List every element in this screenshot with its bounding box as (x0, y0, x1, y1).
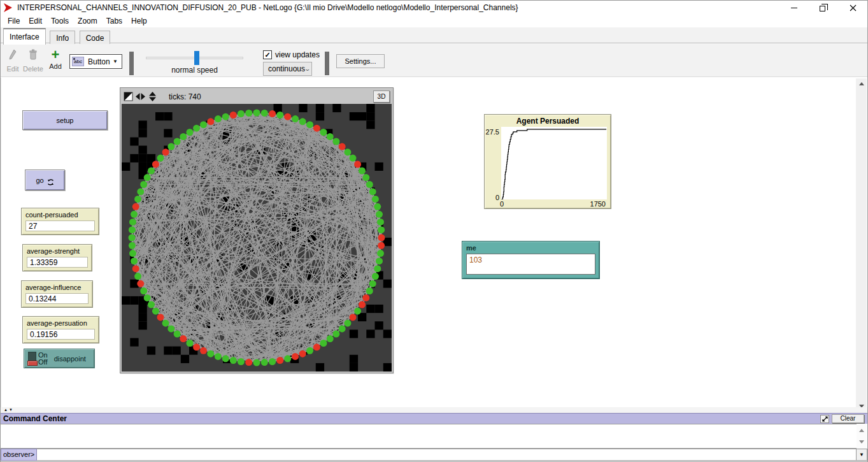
forever-icon (47, 178, 54, 186)
3d-button[interactable]: 3D (373, 90, 390, 103)
update-mode-dropdown[interactable]: continuous ⌄ (263, 62, 312, 76)
world-view: ticks: 740 3D (120, 87, 394, 373)
monitor-average-persuation: average-persuation 0.19156 (22, 316, 99, 343)
switch-off-label: Off (38, 359, 48, 366)
plot-ymax-label: 27.5 (485, 128, 499, 136)
toolbar: Edit Delete + Add abc Button ▼ normal sp… (1, 44, 867, 77)
disappoint-switch[interactable]: On Off disappoint (24, 349, 95, 368)
monitor-value: 0.13244 (25, 293, 89, 304)
expand-command-center-button[interactable] (820, 415, 829, 423)
expand-icon (822, 416, 828, 422)
go-button-label: go (36, 177, 43, 184)
plot-series-path (501, 129, 606, 199)
menu-help[interactable]: Help (127, 15, 152, 27)
me-input-box: me 103 (462, 241, 600, 279)
observer-prompt-label: observer> (1, 449, 37, 461)
menu-zoom[interactable]: Zoom (73, 15, 102, 27)
setup-button[interactable]: setup (22, 110, 108, 130)
input-value-field[interactable]: 103 (466, 254, 595, 275)
plot-xmax-label: 1750 (590, 200, 606, 208)
minimize-button[interactable] (779, 1, 809, 15)
switch-track[interactable] (28, 352, 36, 366)
add-icon: + (45, 49, 66, 61)
add-widget-button[interactable]: + Add (45, 49, 66, 70)
setup-button-label: setup (57, 117, 74, 124)
widget-type-dropdown[interactable]: abc Button ▼ (69, 54, 122, 69)
arrow-up-icon (859, 82, 864, 85)
vertical-arrows-icon[interactable] (148, 92, 157, 101)
command-center-header: Command Center Clear (1, 413, 867, 424)
netlogo-window: INTERPERSONAL_CHANNELS_INNOVATION_DIFFUS… (0, 0, 868, 462)
observer-prompt-row: observer> ▼ (1, 449, 867, 461)
netlogo-logo-icon (4, 3, 13, 12)
edit-label: Edit (3, 65, 22, 73)
menu-tools[interactable]: Tools (46, 15, 73, 27)
restore-button[interactable] (809, 1, 838, 15)
output-scrollbar[interactable] (857, 424, 867, 449)
monitor-value: 27 (25, 220, 95, 231)
scroll-up-button[interactable] (856, 78, 867, 89)
view-updates-checkbox[interactable]: ✓ (263, 50, 272, 59)
world-canvas[interactable] (122, 104, 392, 372)
monitor-value: 1.33359 (27, 257, 88, 268)
titlebar: INTERPERSONAL_CHANNELS_INNOVATION_DIFFUS… (1, 1, 867, 15)
tab-row: Interface Info Code (1, 27, 867, 43)
interface-canvas: setup go count-persuaded 27 average-stre… (1, 78, 857, 407)
menu-file[interactable]: File (3, 15, 24, 27)
plot-agent-persuaded: Agent Persuaded 27.5 0 0 1750 (484, 114, 611, 209)
monitor-label: count-persuaded (25, 211, 95, 219)
command-input[interactable] (37, 449, 857, 461)
command-center-title: Command Center (3, 414, 67, 423)
horizontal-arrows-icon[interactable] (136, 92, 145, 101)
pencil-icon (8, 49, 17, 61)
resize-diagonal-icon[interactable] (124, 92, 133, 101)
monitor-label: average-persuation (27, 319, 95, 327)
arrow-down-icon (859, 440, 864, 444)
monitor-average-influence: average-influence 0.13244 (21, 280, 93, 308)
dropdown-arrow-icon: ▼ (113, 59, 118, 64)
switch-handle[interactable] (27, 361, 38, 366)
command-output[interactable] (1, 424, 857, 449)
tab-info[interactable]: Info (50, 31, 75, 45)
world-view-header: ticks: 740 3D (122, 89, 392, 104)
plot-xmin-label: 0 (500, 200, 504, 208)
input-label: me (466, 244, 595, 252)
go-button[interactable]: go (25, 170, 65, 191)
command-history-button[interactable]: ▼ (857, 449, 867, 461)
update-mode-value: continuous (268, 64, 305, 73)
delete-label: Delete (21, 65, 45, 73)
plot-title: Agent Persuaded (485, 117, 611, 126)
menu-tabs[interactable]: Tabs (102, 15, 127, 27)
dropdown-arrow-icon: ▼ (859, 452, 864, 458)
tab-interface[interactable]: Interface (3, 28, 46, 45)
vertical-scrollbar[interactable] (856, 78, 867, 412)
widget-type-value: Button (88, 57, 110, 66)
settings-button[interactable]: Settings... (336, 54, 385, 68)
arrow-up-icon (859, 429, 864, 432)
output-scroll-down[interactable] (857, 437, 867, 447)
plot-area (501, 127, 607, 199)
edit-widget-button[interactable]: Edit (3, 49, 22, 73)
tab-code[interactable]: Code (80, 31, 111, 45)
window-title: INTERPERSONAL_CHANNELS_INNOVATION_DIFFUS… (17, 3, 518, 12)
clear-button[interactable]: Clear (832, 414, 864, 423)
speed-slider-thumb[interactable] (194, 51, 199, 65)
output-scroll-up[interactable] (857, 425, 867, 436)
monitor-count-persuaded: count-persuaded 27 (21, 208, 99, 235)
monitor-average-strenght: average-strenght 1.33359 (22, 244, 92, 271)
close-button[interactable] (838, 1, 867, 15)
delete-widget-button[interactable]: Delete (21, 49, 45, 73)
menu-edit[interactable]: Edit (24, 15, 46, 27)
button-widget-icon: abc (72, 57, 84, 66)
add-label: Add (45, 62, 66, 70)
monitor-value: 0.19156 (27, 329, 95, 340)
plot-ymin-label: 0 (485, 194, 499, 201)
restore-icon (820, 6, 825, 11)
menubar: File Edit Tools Zoom Tabs Help (1, 15, 867, 27)
speed-slider-label: normal speed (146, 66, 243, 75)
view-updates-label: view updates (275, 50, 320, 59)
minimize-icon (791, 8, 797, 8)
command-center-splitter[interactable]: ▲▼ (1, 407, 867, 413)
chevron-down-icon: ⌄ (304, 66, 311, 72)
switch-on-label: On (38, 352, 48, 359)
